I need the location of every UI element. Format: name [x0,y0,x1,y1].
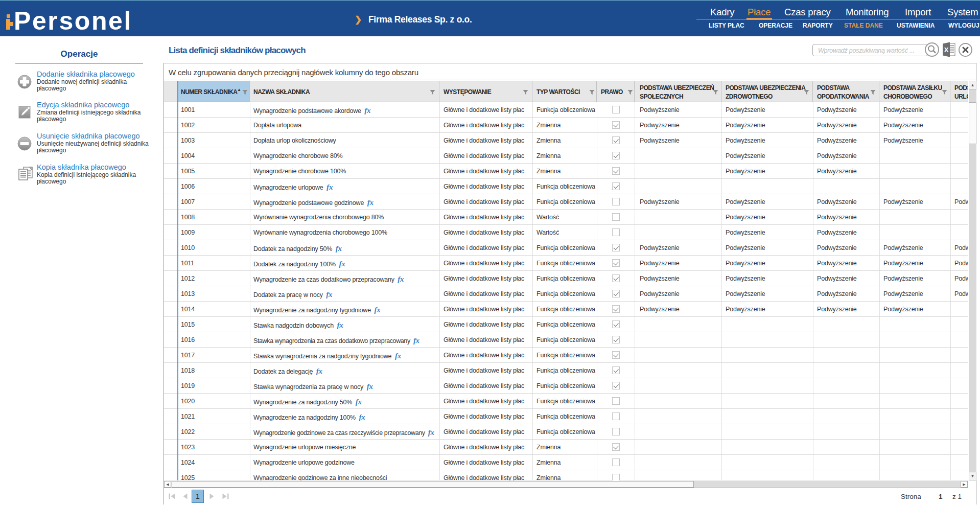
svg-text:X: X [944,46,949,54]
